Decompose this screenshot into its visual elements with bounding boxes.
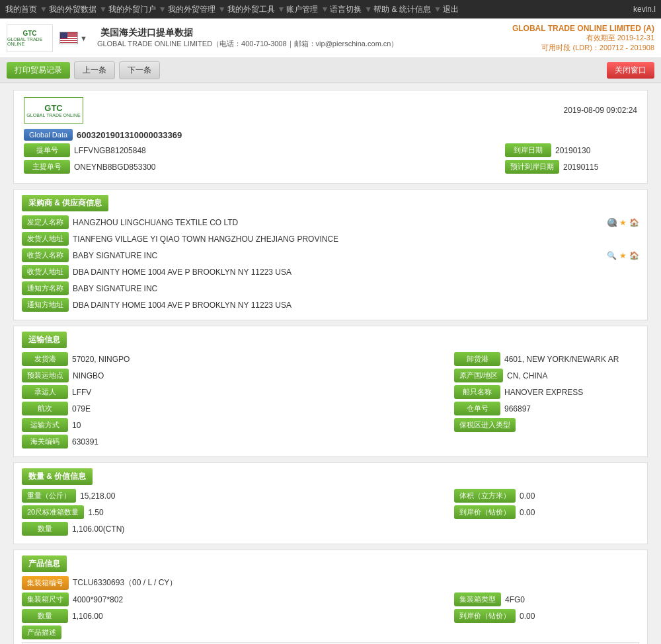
bill-row: 提单号 LFFVNGB81205848 到岸日期 20190130 <box>24 143 637 157</box>
product-price-label-btn: 到岸价（钻价） <box>454 609 516 623</box>
master-bill-value: ONEYNB8BGD853300 <box>74 162 505 172</box>
nav-help[interactable]: 帮助 & 统计信息 <box>373 4 431 15</box>
quantity-label-btn: 数量 <box>22 522 68 536</box>
product-price-value: 0.00 <box>520 612 639 621</box>
logo-text: GTC <box>7 30 52 37</box>
next-button[interactable]: 下一条 <box>119 61 160 79</box>
print-button[interactable]: 打印贸易记录 <box>7 62 70 79</box>
transport-mode-row: 运输方式 10 保税区进入类型 <box>22 418 639 432</box>
quantity-value: 1,106.00(CTN) <box>72 524 639 534</box>
container-type-label-btn: 集装箱类型 <box>454 592 501 606</box>
nav-account[interactable]: 账户管理 <box>286 4 318 15</box>
right-company: GLOBAL TRADE ONLINE LIMITED (A) <box>512 24 654 33</box>
sender-home-icon[interactable]: 🏠 <box>629 218 639 227</box>
product-desc-label-btn: 产品描述 <box>22 626 61 639</box>
pre-transport-value: NINGBO <box>73 371 454 380</box>
bill-label: 提单号 <box>24 143 70 157</box>
username: kevin.l <box>633 5 656 14</box>
record-datetime: 2019-08-09 09:02:24 <box>564 106 637 115</box>
quantity-section-header: 数量 & 价值信息 <box>22 468 93 485</box>
qty-arrival-price-label-btn: 到岸价（钻价） <box>454 505 516 519</box>
global-data-row: Global Data 6003201901310000033369 <box>24 129 637 141</box>
carrier-label-btn: 承运人 <box>22 385 68 399</box>
notify-name-row: 通知方名称 BABY SIGNATURE INC <box>22 281 639 295</box>
logo-sub: GLOBAL TRADE ONLINE <box>7 37 52 46</box>
container-type-value: 4FG0 <box>505 595 639 604</box>
receiver-addr-value: DBA DAINTY HOME 1004 AVE P BROOKLYN NY 1… <box>73 268 639 277</box>
notify-name-label-btn: 通知方名称 <box>22 281 69 295</box>
header-right: GLOBAL TRADE ONLINE LIMITED (A) 有效期至 201… <box>512 24 654 53</box>
top-toolbar: 打印贸易记录 上一条 下一条 关闭窗口 <box>0 58 661 83</box>
time-range: 可用时段 (LDR)：200712 - 201908 <box>512 43 654 53</box>
nav-logout[interactable]: 退出 <box>443 4 459 15</box>
warehouse-value: 966897 <box>504 404 639 413</box>
container20-value: 1.50 <box>88 508 454 517</box>
sender-name-row: 发定人名称 HANGZHOU LINGCHUANG TEXTILE CO LTD… <box>22 215 639 229</box>
record-logo: GTC GLOBAL TRADE ONLINE <box>24 97 83 124</box>
nav-language[interactable]: 语言切换 <box>330 4 362 15</box>
origin-value: CN, CHINA <box>507 371 639 380</box>
sender-search-icon[interactable]: 🔍 <box>607 218 617 227</box>
product-section-header: 产品信息 <box>22 555 67 572</box>
arrival-date-label: 到岸日期 <box>505 143 551 157</box>
weight-value: 15,218.00 <box>80 491 454 501</box>
customs-label-btn: 海关编码 <box>22 435 68 448</box>
transport-mode-value: 10 <box>72 421 454 430</box>
container-size-value: 4000*907*802 <box>73 595 454 604</box>
receiver-name-label-btn: 收货人名称 <box>22 248 69 262</box>
container-no-label-btn: 集装箱编号 <box>22 576 69 590</box>
logo-area: GTC GLOBAL TRADE ONLINE ▼ <box>7 24 94 52</box>
container20-label-btn: 20尺标准箱数量 <box>22 505 84 519</box>
valid-until: 有效期至 2019-12-31 <box>512 33 654 43</box>
warehouse-label-btn: 仓单号 <box>454 402 500 415</box>
departure-port-value: 57020, NINGPO <box>72 355 454 364</box>
quantity-row: 数量 1,106.00(CTN) <box>22 522 639 536</box>
container-no-row: 集装箱编号 TCLU6330693（00 / L / CY） <box>22 576 639 590</box>
receiver-addr-label-btn: 收货人地址 <box>22 265 69 279</box>
carrier-value: LFFV <box>72 388 454 397</box>
vessel-label-btn: 船只名称 <box>454 385 500 399</box>
receiver-search-icon[interactable]: 🔍 <box>607 251 617 260</box>
nav-home[interactable]: 我的首页 <box>5 4 37 15</box>
weight-row: 重量（公斤） 15,218.00 体积（立方米） 0.00 <box>22 489 639 503</box>
master-bill-row: 主提单号 ONEYNB8BGD853300 预计到岸日期 20190115 <box>24 160 637 174</box>
vessel-value: HANOVER EXPRESS <box>504 388 639 397</box>
nav-foreign-mgmt[interactable]: 我的外贸管理 <box>168 4 215 15</box>
origin-label-btn: 原产国/地区 <box>454 369 503 382</box>
prev-button[interactable]: 上一条 <box>74 61 115 79</box>
logo-box: GTC GLOBAL TRADE ONLINE <box>7 24 53 52</box>
flag-arrow[interactable]: ▼ <box>80 34 87 42</box>
est-arrival-value: 20190115 <box>563 162 637 172</box>
voyage-row: 航次 079E 仓单号 966897 <box>22 402 639 415</box>
close-button[interactable]: 关闭窗口 <box>607 62 654 79</box>
record-card: GTC GLOBAL TRADE ONLINE 2019-08-09 09:02… <box>13 90 648 184</box>
nav-foreign-portal[interactable]: 我的外贸门户 <box>108 4 156 15</box>
header-bar: GTC GLOBAL TRADE ONLINE ▼ 美国海关进口提单数据 GLO… <box>0 18 661 58</box>
transport-section: 运输信息 发货港 57020, NINGPO 卸货港 4601, NEW YOR… <box>13 326 648 457</box>
sender-star-icon[interactable]: ★ <box>619 218 627 227</box>
transport-section-header: 运输信息 <box>22 332 67 348</box>
nav-tools[interactable]: 我的外贸工具 <box>227 4 275 15</box>
voyage-value: 079E <box>72 404 454 413</box>
weight-label-btn: 重量（公斤） <box>22 489 76 503</box>
product-qty-row: 数量 1,106.00 到岸价（钻价） 0.00 <box>22 609 639 623</box>
company-info: GLOBAL TRADE ONLINE LIMITED（电话：400-710-3… <box>97 39 399 49</box>
qty-arrival-price-value: 0.00 <box>520 508 639 517</box>
notify-addr-label-btn: 通知方地址 <box>22 298 69 312</box>
master-bill-label: 主提单号 <box>24 160 70 174</box>
main-content: GTC GLOBAL TRADE ONLINE 2019-08-09 09:02… <box>0 83 661 644</box>
nav-trade-data[interactable]: 我的外贸数据 <box>49 4 97 15</box>
arrival-port-value: 4601, NEW YORK/NEWARK AR <box>504 355 639 364</box>
global-data-value: 6003201901310000033369 <box>77 130 182 140</box>
receiver-star-icon[interactable]: ★ <box>619 251 627 260</box>
sender-addr-value: TIANFENG VILLAGE YI QIAO TOWN HANGZHOU Z… <box>73 234 639 244</box>
ports-row: 发货港 57020, NINGPO 卸货港 4601, NEW YORK/NEW… <box>22 352 639 366</box>
customs-row: 海关编码 630391 <box>22 435 639 448</box>
sender-addr-row: 发货人地址 TIANFENG VILLAGE YI QIAO TOWN HANG… <box>22 232 639 246</box>
arrival-date-value: 20190130 <box>555 146 637 155</box>
notify-addr-value: DBA DAINTY HOME 1004 AVE P BROOKLYN NY 1… <box>73 301 639 310</box>
receiver-home-icon[interactable]: 🏠 <box>629 251 639 260</box>
sender-name-label-btn: 发定人名称 <box>22 215 69 229</box>
us-flag-icon <box>59 32 78 44</box>
pretransport-row: 预装运地点 NINGBO 原产国/地区 CN, CHINA <box>22 369 639 382</box>
